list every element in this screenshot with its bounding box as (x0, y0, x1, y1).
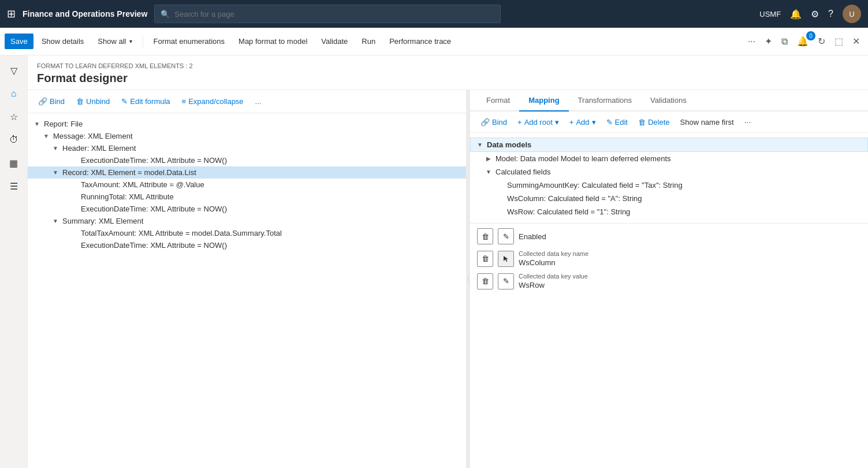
more-options-button[interactable]: ... (252, 95, 265, 108)
model-tree-item-summingkey[interactable]: SummingAmountKey: Calculated field = "Ta… (470, 179, 868, 192)
unbind-button[interactable]: 🗑 Unbind (73, 95, 113, 108)
show-all-button[interactable]: Show all ▾ (92, 34, 137, 49)
toolbar-more-button[interactable]: ··· (744, 34, 759, 49)
edit-formula-button[interactable]: ✎ Edit formula (118, 95, 173, 108)
right-panel-toolbar: 🔗 Bind + Add root ▾ + Add ▾ ✎ (470, 112, 868, 133)
model-arrow-calcfields: ▼ (484, 169, 493, 175)
app-grid-icon[interactable]: ⊞ (7, 8, 16, 20)
tree-arrow-header: ▼ (51, 145, 60, 151)
sidebar-icon-history[interactable]: ⏱ (3, 129, 24, 150)
mapping-area: ▼ Data models ▶ Model: Data model Model … (470, 133, 868, 468)
model-tree-item-calcfields[interactable]: ▼ Calculated fields (470, 165, 868, 179)
tree-item-totaltax[interactable]: TotalTaxAmount: XML Attribute = model.Da… (28, 227, 466, 239)
left-sidebar: ▽ ⌂ ☆ ⏱ ▦ ☰ (0, 55, 28, 468)
toolbar-separator-1 (143, 35, 143, 49)
tree-item-execdt1[interactable]: ExecutionDateTime: XML Attribute = NOW() (28, 154, 466, 166)
tab-mapping[interactable]: Mapping (519, 90, 568, 112)
tree-item-message[interactable]: ▼ Message: XML Element (28, 130, 466, 142)
model-label-model: Model: Data model Model to learn deferre… (493, 154, 671, 163)
show-name-first-button[interactable]: Show name first (677, 116, 737, 129)
avatar[interactable]: U (843, 5, 861, 23)
add-button[interactable]: + Add ▾ (566, 116, 599, 129)
add-root-caret-icon: ▾ (555, 118, 559, 127)
prop-enabled-delete-button[interactable]: 🗑 (477, 228, 493, 244)
tree-item-runningtotal[interactable]: RunningTotal: XML Attribute (28, 191, 466, 203)
left-panel: 🔗 Bind 🗑 Unbind ✎ Edit formula ≡ Expand/… (28, 90, 467, 468)
model-label-datamodels: Data models (485, 140, 531, 149)
model-tree-item-datamodels[interactable]: ▼ Data models (470, 138, 868, 152)
edit-btn-icon: ✎ (606, 118, 613, 127)
toolbar-layers-icon[interactable]: ⧉ (778, 34, 791, 49)
tab-transformations[interactable]: Transformations (569, 90, 641, 112)
tree-arrow-summary: ▼ (51, 218, 60, 224)
prop-keyvalue-edit-button[interactable]: ✎ (498, 273, 514, 289)
tree-item-record[interactable]: ▼ Record: XML Element = model.Data.List (28, 166, 466, 179)
prop-keyvalue-delete-button[interactable]: 🗑 (477, 273, 493, 289)
settings-icon[interactable]: ⚙ (811, 9, 819, 20)
notification-badge: 0 (806, 31, 815, 40)
toolbar-expand-icon[interactable]: ⬚ (831, 34, 847, 49)
toolbar-close-icon[interactable]: ✕ (849, 34, 863, 49)
edit-icon: ✎ (121, 97, 128, 106)
sidebar-icon-filter[interactable]: ▽ (3, 60, 24, 81)
tree-item-report[interactable]: ▼ Report: File (28, 118, 466, 130)
tree-item-execdt3[interactable]: ExecutionDateTime: XML Attribute = NOW() (28, 239, 466, 251)
expand-collapse-button[interactable]: ≡ Expand/collapse (178, 95, 247, 108)
tree-label-runningtotal: RunningTotal: XML Attribute (79, 192, 176, 201)
tree-label-header: Header: XML Element (60, 144, 138, 153)
sidebar-icon-home[interactable]: ⌂ (3, 83, 24, 104)
page-header: FORMAT TO LEARN DEFERRED XML ELEMENTS : … (28, 55, 868, 90)
tree-item-header[interactable]: ▼ Header: XML Element (28, 142, 466, 154)
map-format-to-model-button[interactable]: Map format to model (233, 34, 313, 49)
format-enumerations-button[interactable]: Format enumerations (148, 34, 231, 49)
tree-item-taxamount[interactable]: TaxAmount: XML Attribute = @.Value (28, 179, 466, 191)
prop-keyname-content: Collected data key name WsColumn (519, 250, 861, 267)
tree-item-execdt2[interactable]: ExecutionDateTime: XML Attribute = NOW() (28, 203, 466, 215)
tab-format[interactable]: Format (477, 90, 519, 112)
prop-keyname-delete-button[interactable]: 🗑 (477, 251, 493, 267)
toolbar-badge-icon[interactable]: 🔔 0 (794, 34, 812, 49)
app-title: Finance and Operations Preview (23, 9, 147, 18)
prop-row-key-value: 🗑 ✎ Collected data key value WsRow (477, 273, 861, 289)
model-arrow-datamodels: ▼ (475, 142, 485, 148)
show-details-button[interactable]: Show details (36, 34, 90, 49)
add-root-button[interactable]: + Add root ▾ (514, 116, 562, 129)
left-panel-toolbar: 🔗 Bind 🗑 Unbind ✎ Edit formula ≡ Expand/… (28, 90, 466, 113)
delete-button[interactable]: 🗑 Delete (635, 116, 673, 129)
tree-label-totaltax: TotalTaxAmount: XML Attribute = model.Da… (79, 229, 284, 237)
model-tree-item-wsrow[interactable]: WsRow: Calculated field = "1": String (470, 205, 868, 218)
sidebar-icon-calendar[interactable]: ▦ (3, 153, 24, 173)
tab-validations[interactable]: Validations (641, 90, 696, 112)
edit-button[interactable]: ✎ Edit (603, 116, 631, 129)
main-toolbar: Save Show details Show all ▾ Format enum… (0, 28, 868, 55)
tree-label-taxamount: TaxAmount: XML Attribute = @.Value (79, 180, 207, 189)
help-icon[interactable]: ? (828, 9, 833, 19)
validate-button[interactable]: Validate (315, 34, 353, 49)
toolbar-pin-icon[interactable]: ✦ (761, 34, 776, 49)
search-input[interactable] (174, 10, 494, 18)
model-arrow-model: ▶ (484, 155, 493, 162)
tree-item-summary[interactable]: ▼ Summary: XML Element (28, 215, 466, 227)
prop-enabled-value: Enabled (519, 232, 861, 241)
toolbar-refresh-icon[interactable]: ↻ (814, 34, 829, 49)
model-tree-item-wscolumn[interactable]: WsColumn: Calculated field = "A": String (470, 192, 868, 205)
right-more-button[interactable]: ··· (741, 115, 755, 129)
run-button[interactable]: Run (356, 34, 381, 49)
sidebar-icon-list[interactable]: ☰ (3, 176, 24, 196)
prop-keyname-edit-button[interactable] (498, 251, 514, 267)
top-nav-right: USMF 🔔 ⚙ ? U (759, 5, 861, 23)
model-label-calcfields: Calculated fields (493, 168, 550, 176)
sidebar-icon-star[interactable]: ☆ (3, 106, 24, 127)
notification-icon[interactable]: 🔔 (790, 9, 802, 20)
search-bar[interactable]: 🔍 (154, 5, 501, 23)
properties-area: 🗑 ✎ Enabled 🗑 (470, 224, 868, 300)
prop-enabled-content: Enabled (519, 232, 861, 241)
save-button[interactable]: Save (5, 34, 33, 49)
prop-enabled-edit-button[interactable]: ✎ (498, 228, 514, 244)
performance-trace-button[interactable]: Performance trace (383, 34, 457, 49)
tree-arrow-record: ▼ (51, 169, 60, 176)
right-bind-button[interactable]: 🔗 Bind (477, 116, 511, 129)
model-tree-item-model[interactable]: ▶ Model: Data model Model to learn defer… (470, 152, 868, 165)
tree-arrow-report: ▼ (32, 121, 42, 127)
bind-button[interactable]: 🔗 Bind (35, 95, 68, 108)
